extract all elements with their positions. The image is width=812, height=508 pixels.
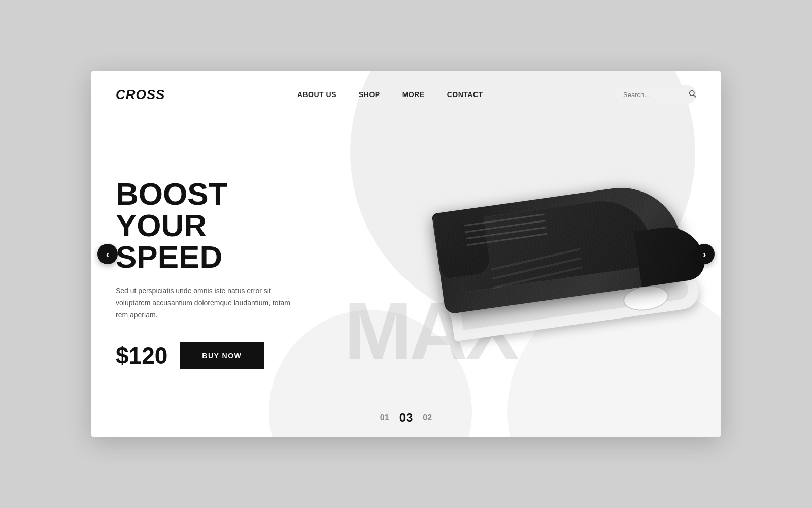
brand-logo: CROSS xyxy=(116,87,165,103)
price-label: $120 xyxy=(116,342,167,369)
nav-item-contact[interactable]: CONTACT xyxy=(447,90,483,99)
nav-item-shop[interactable]: SHOP xyxy=(359,90,380,99)
search-bar xyxy=(615,85,696,104)
prev-arrow-button[interactable]: ‹ xyxy=(97,244,118,264)
nav-link-more[interactable]: MORE xyxy=(402,90,425,99)
lace-2 xyxy=(465,220,546,233)
page-num-2[interactable]: 02 xyxy=(423,413,432,422)
shoe-container xyxy=(427,139,712,353)
search-input[interactable] xyxy=(623,91,684,99)
hero-title-line1: BOOST YOUR xyxy=(116,176,227,243)
lace-4 xyxy=(467,233,548,246)
lace-1 xyxy=(464,213,545,226)
prev-arrow-icon: ‹ xyxy=(106,249,110,259)
search-icon xyxy=(688,89,696,100)
buy-now-button[interactable]: BUY NOW xyxy=(180,342,264,369)
price-buy-section: $120 BUY NOW xyxy=(116,342,319,369)
nav-link-contact[interactable]: CONTACT xyxy=(447,90,483,99)
pagination: 01 03 02 xyxy=(380,410,432,425)
hero-title-line2: SPEED xyxy=(116,239,222,274)
hero-title: BOOST YOUR SPEED xyxy=(116,178,319,273)
navbar: CROSS ABOUT US SHOP MORE CONTACT xyxy=(91,71,721,104)
nav-item-about[interactable]: ABOUT US xyxy=(297,90,336,99)
nav-link-shop[interactable]: SHOP xyxy=(359,90,380,99)
main-content: BOOST YOUR SPEED Sed ut perspiciatis und… xyxy=(91,104,721,419)
nav-links: ABOUT US SHOP MORE CONTACT xyxy=(297,90,483,99)
sneaker-image xyxy=(428,149,711,342)
page-num-active[interactable]: 03 xyxy=(399,410,413,425)
next-arrow-button[interactable]: › xyxy=(694,244,715,264)
shoe-collar xyxy=(432,207,491,279)
hero-visual-section: MAX xyxy=(329,129,696,419)
hero-description: Sed ut perspiciatis unde omnis iste natu… xyxy=(116,285,298,321)
next-arrow-icon: › xyxy=(703,249,706,259)
lace-3 xyxy=(466,227,547,239)
search-button[interactable] xyxy=(688,89,696,100)
svg-line-1 xyxy=(694,95,696,97)
page-num-1[interactable]: 01 xyxy=(380,413,389,422)
nav-item-more[interactable]: MORE xyxy=(402,90,425,99)
page-container: CROSS ABOUT US SHOP MORE CONTACT xyxy=(91,71,721,437)
nav-link-about[interactable]: ABOUT US xyxy=(297,90,336,99)
hero-text-section: BOOST YOUR SPEED Sed ut perspiciatis und… xyxy=(116,178,329,369)
